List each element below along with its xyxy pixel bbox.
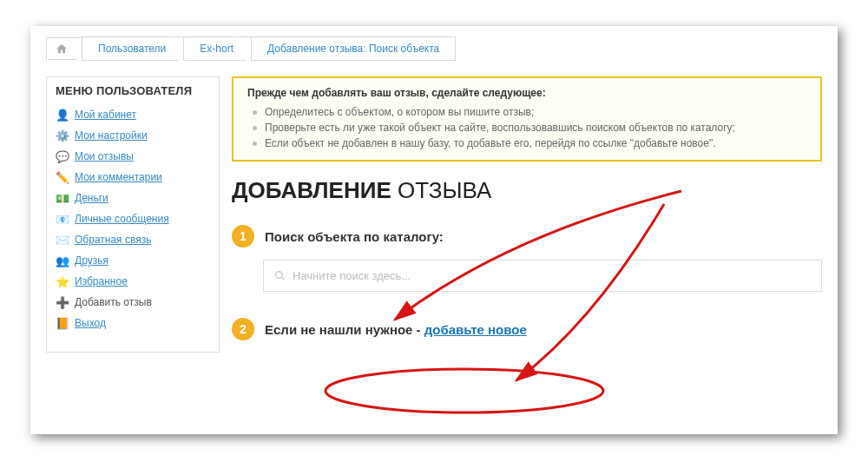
home-icon — [56, 43, 68, 55]
notice-item: Проверьте есть ли уже такой объект на са… — [253, 120, 806, 135]
sidebar-item-messages[interactable]: 📧Личные сообщения — [56, 208, 210, 229]
friends-icon: 👥 — [56, 254, 69, 267]
step-1: 1 Поиск объекта по каталогу: — [232, 225, 822, 248]
sidebar-item-friends[interactable]: 👥Друзья — [56, 250, 210, 271]
sidebar: МЕНЮ ПОЛЬЗОВАТЕЛЯ 👤Мой кабинет ⚙️Мои нас… — [46, 76, 220, 353]
add-icon: ➕ — [56, 295, 69, 309]
step-number: 1 — [232, 225, 254, 248]
sidebar-item-exit[interactable]: 📙Выход — [56, 313, 210, 333]
sidebar-item-favorites[interactable]: ⭐Избранное — [56, 271, 210, 292]
step-2: 2 Если не нашли нужное - добавьте новое — [232, 318, 822, 340]
gear-icon: ⚙️ — [56, 129, 69, 142]
step-label: Если не нашли нужное - добавьте новое — [265, 322, 527, 337]
notice-title: Прежде чем добавлять ваш отзыв, сделайте… — [247, 87, 806, 99]
notice-item: Если объект не добавлен в нашу базу, то … — [253, 135, 806, 151]
exit-icon: 📙 — [56, 316, 69, 330]
step-number: 2 — [232, 318, 254, 340]
breadcrumb-item[interactable]: Ex-hort — [183, 36, 246, 61]
notice-item: Определитесь с объектом, о котором вы пи… — [253, 104, 806, 120]
svg-point-0 — [326, 369, 603, 412]
sidebar-item-reviews[interactable]: 💬Мои отзывы — [56, 146, 210, 167]
sidebar-item-money[interactable]: 💵Деньги — [56, 188, 210, 208]
sidebar-item-settings[interactable]: ⚙️Мои настройки — [56, 125, 210, 146]
sidebar-item-feedback[interactable]: ✉️Обратная связь — [56, 229, 210, 250]
sidebar-title: МЕНЮ ПОЛЬЗОВАТЕЛЯ — [56, 84, 210, 97]
breadcrumb: Пользователи Ex-hort Добавление отзыва: … — [30, 26, 838, 76]
sidebar-item-cabinet[interactable]: 👤Мой кабинет — [56, 104, 210, 125]
sidebar-item-comments[interactable]: ✏️Мои комментарии — [56, 167, 210, 188]
money-icon: 💵 — [56, 191, 69, 205]
star-icon: ⭐ — [56, 274, 69, 288]
envelope-icon: ✉️ — [56, 233, 69, 247]
chat-icon: 💬 — [56, 149, 69, 163]
search-box[interactable] — [263, 260, 822, 292]
pencil-icon: ✏️ — [56, 170, 69, 184]
sidebar-menu: 👤Мой кабинет ⚙️Мои настройки 💬Мои отзывы… — [56, 104, 210, 333]
search-icon — [274, 270, 286, 281]
mail-icon: 📧 — [56, 212, 69, 226]
notice-box: Прежде чем добавлять ваш отзыв, сделайте… — [232, 76, 822, 162]
breadcrumb-home[interactable] — [46, 37, 76, 60]
page-title: ДОБАВЛЕНИЕ ОТЗЫВА — [232, 177, 822, 204]
notice-list: Определитесь с объектом, о котором вы пи… — [247, 104, 806, 151]
breadcrumb-item[interactable]: Пользователи — [82, 36, 178, 61]
breadcrumb-item-current: Добавление отзыва: Поиск объекта — [251, 36, 456, 61]
add-new-link[interactable]: добавьте новое — [424, 322, 527, 337]
user-icon: 👤 — [56, 108, 69, 122]
sidebar-item-add-review[interactable]: ➕Добавить отзыв — [56, 292, 210, 313]
main-content: Прежде чем добавлять ваш отзыв, сделайте… — [232, 76, 822, 353]
search-input[interactable] — [293, 269, 811, 282]
step-label: Поиск объекта по каталогу: — [265, 229, 444, 244]
